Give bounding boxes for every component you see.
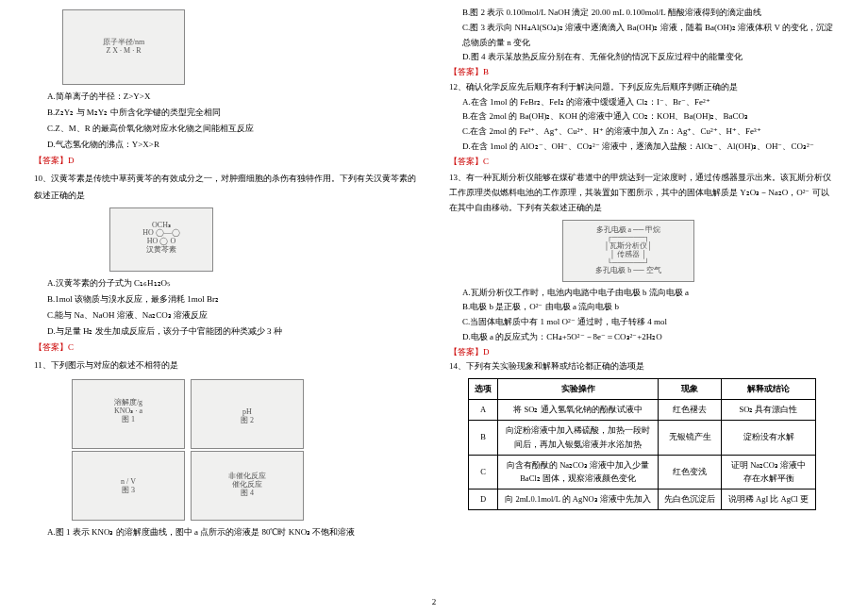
cell: 向淀粉溶液中加入稀硫酸，加热一段时间后，再加入银氨溶液并水浴加热: [498, 420, 659, 455]
cell: B: [469, 420, 498, 455]
cell: 红色褪去: [659, 399, 722, 420]
figure-q11-graph1: 溶解度/gKNO₃ · a图 1: [72, 379, 185, 449]
cell: 淀粉没有水解: [722, 420, 816, 455]
figure-q11-graph4: 非催化反应催化反应图 4: [191, 451, 304, 521]
q12-option-c: C.在含 2mol 的 Fe³⁺、Ag⁺、Cu²⁺、H⁺ 的溶液中加入 Zn：A…: [449, 124, 834, 140]
q11-option-a: A.图 1 表示 KNO₃ 的溶解度曲线，图中 a 点所示的溶液是 80℃时 K…: [34, 524, 419, 540]
table-row: D 向 2mL0.1mol/L 的 AgNO₃ 溶液中先加入 先白色沉淀后 说明…: [469, 490, 816, 510]
table-row: C 向含有酚酞的 Na₂CO₃ 溶液中加入少量 BaCl₂ 固体，观察溶液颜色变…: [469, 455, 816, 490]
figure-q10-caption: 汉黄芩素: [146, 245, 176, 254]
figure-q13-device: 多孔电极 a ── 甲烷┌──────┐│瓦斯分析仪││ 传感器 │└─────…: [562, 220, 694, 282]
cell: D: [469, 490, 498, 510]
q9-option-b: B.Z₂Y₂ 与 M₂Y₂ 中所含化学键的类型完全相同: [34, 105, 419, 121]
figure-q11-graph3: n / V图 3: [72, 451, 185, 521]
q10-stem: 10、汉黄芩素是传统中草药黄芩的有效成分之一，对肿瘤细胞的杀伤有独特作用。下列有…: [34, 171, 419, 203]
q14-table: 选项 实验操作 现象 解释或结论 A 将 SO₂ 通入氢氧化钠的酚酞试液中 红色…: [468, 378, 816, 510]
cell: 先白色沉淀后: [659, 490, 722, 510]
q12-option-d: D.在含 1mol 的 AlO₂⁻、OH⁻、CO₃²⁻ 溶液中，逐滴加入盐酸：A…: [449, 140, 834, 155]
q13-answer: 【答案】D: [449, 345, 834, 360]
q10-option-a: A.汉黄芩素的分子式为 C₁₆H₁₂O₅: [34, 275, 419, 291]
q9-option-c: C.Z、M、R 的最高价氧化物对应水化物之间能相互反应: [34, 121, 419, 137]
cell: 红色变浅: [659, 455, 722, 490]
q10-option-d: D.与足量 H₂ 发生加成反应后，该分子中官能团的种类减少 3 种: [34, 324, 419, 340]
q11-option-d: D.图 4 表示某放热反应分别在有、无催化剂的情况下反应过程中的能量变化: [449, 50, 834, 65]
cell: 无银镜产生: [659, 420, 722, 455]
q12-stem: 12、确认化学反应先后顺序有利于解决问题。下列反应先后顺序判断正确的是: [449, 80, 834, 95]
cell: A: [469, 399, 498, 420]
th-conclusion: 解释或结论: [722, 379, 816, 400]
cell: 向 2mL0.1mol/L 的 AgNO₃ 溶液中先加入: [498, 490, 659, 510]
cell: 说明稀 AgI 比 AgCl 更: [722, 490, 816, 510]
q13-option-a: A.瓦斯分析仪工作时，电池内电路中电子由电极 b 流向电极 a: [449, 286, 834, 301]
q10-answer: 【答案】C: [34, 340, 419, 356]
q13-option-c: C.当固体电解质中有 1 mol O²⁻ 通过时，电子转移 4 mol: [449, 315, 834, 330]
cell: SO₂ 具有漂白性: [722, 399, 816, 420]
th-operation: 实验操作: [498, 379, 659, 400]
table-row: B 向淀粉溶液中加入稀硫酸，加热一段时间后，再加入银氨溶液并水浴加热 无银镜产生…: [469, 420, 816, 455]
cell: 向含有酚酞的 Na₂CO₃ 溶液中加入少量 BaCl₂ 固体，观察溶液颜色变化: [498, 455, 659, 490]
th-option: 选项: [469, 379, 498, 400]
q12-option-a: A.在含 1mol 的 FeBr₂、FeI₂ 的溶液中缓缓通入 Cl₂：I⁻、B…: [449, 95, 834, 110]
q10-option-c: C.能与 Na、NaOH 溶液、Na₂CO₃ 溶液反应: [34, 307, 419, 324]
q12-option-b: B.在含 2mol 的 Ba(OH)₂、KOH 的溶液中通入 CO₂：KOH、B…: [449, 109, 834, 124]
table-row: 选项 实验操作 现象 解释或结论: [469, 379, 816, 400]
figure-q11-graph2: pH图 2: [191, 379, 304, 449]
q11-stem: 11、下列图示与对应的叙述不相符的是: [34, 357, 419, 373]
q13-option-d: D.电极 a 的反应式为：CH₄+5O²⁻－8e⁻＝CO₃²⁻+2H₂O: [449, 330, 834, 345]
q10-option-b: B.1mol 该物质与溴水反应，最多消耗 1mol Br₂: [34, 291, 419, 307]
cell: C: [469, 455, 498, 490]
q13-option-b: B.电极 b 是正极，O²⁻ 由电极 a 流向电极 b: [449, 300, 834, 315]
q11-answer: 【答案】B: [449, 65, 834, 80]
q11-option-b: B.图 2 表示 0.100mol/L NaOH 滴定 20.00 mL 0.1…: [449, 6, 834, 21]
q9-option-d: D.气态氢化物的沸点：Y>X>R: [34, 137, 419, 153]
page-number: 2: [0, 594, 868, 610]
q11-option-c: C.图 3 表示向 NH₄Al(SO₄)₂ 溶液中逐滴滴入 Ba(OH)₂ 溶液…: [449, 21, 834, 51]
cell: 将 SO₂ 通入氢氧化钠的酚酞试液中: [498, 399, 659, 420]
cell: 证明 Na₂CO₃ 溶液中存在水解平衡: [722, 455, 816, 490]
th-phenomenon: 现象: [659, 379, 722, 400]
q14-stem: 14、下列有关实验现象和解释或结论都正确的选项是: [449, 359, 834, 374]
q9-answer: 【答案】D: [34, 153, 419, 169]
q13-stem: 13、有一种瓦斯分析仪能够在煤矿巷道中的甲烷达到一定浓度时，通过传感器显示出来。…: [449, 171, 834, 215]
figure-q10-structure: OCH₃HO ◯―◯HO ◯ O汉黄芩素: [109, 207, 213, 272]
q9-option-a: A.简单离子的半径：Z>Y>X: [34, 89, 419, 105]
table-row: A 将 SO₂ 通入氢氧化钠的酚酞试液中 红色褪去 SO₂ 具有漂白性: [469, 399, 816, 420]
q12-answer: 【答案】C: [449, 155, 834, 170]
figure-q9-graph: 原子半径/nmZ X · M · R: [62, 9, 185, 85]
